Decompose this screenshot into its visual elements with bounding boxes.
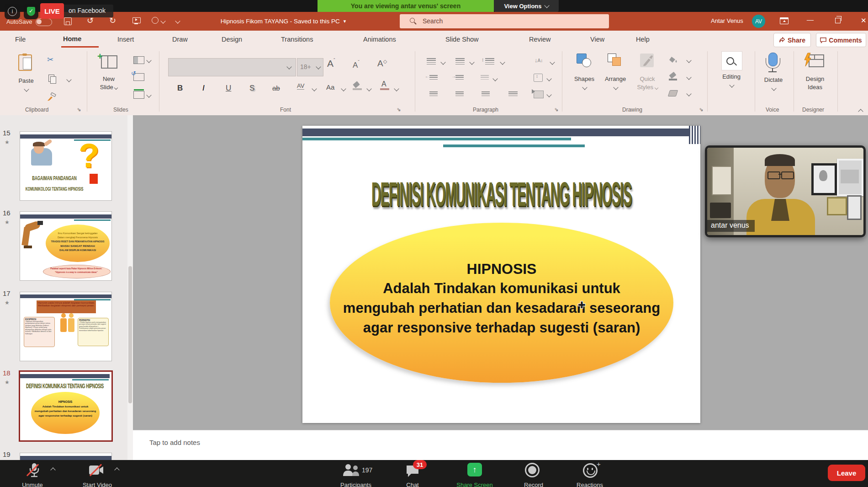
reset-slide-icon[interactable]: ↺ <box>133 73 144 81</box>
animation-star-icon: ★ <box>5 219 10 225</box>
bold-button[interactable]: B <box>177 84 183 93</box>
tab-help[interactable]: Help <box>636 36 650 43</box>
slide-layout-icon[interactable] <box>133 56 144 64</box>
align-right-button[interactable] <box>482 91 490 97</box>
design-ideas-button[interactable]: Design Ideas <box>797 52 833 97</box>
numbering-button[interactable] <box>455 58 465 64</box>
increase-indent-button[interactable] <box>455 75 464 81</box>
section-icon[interactable] <box>133 91 144 99</box>
sort-text-icon[interactable]: ↓A↕ <box>535 57 543 64</box>
strikethrough-button[interactable]: ab <box>272 84 280 92</box>
slide-thumbnail-15[interactable]: ? BAGAIMAN PANDANGAN KOMUNIKOLOGI TENTAN… <box>20 131 112 201</box>
underline-button[interactable]: U <box>226 84 231 93</box>
change-case-button[interactable]: Aa <box>326 83 334 91</box>
reactions-button[interactable]: + Reactions <box>570 461 611 487</box>
font-size-combobox[interactable]: 18+ <box>297 58 323 76</box>
start-video-button[interactable]: Start Video <box>73 461 123 487</box>
editing-button[interactable]: Editing <box>711 51 752 97</box>
font-dialog-launcher[interactable]: ⇘ <box>397 107 401 112</box>
tab-view[interactable]: View <box>590 36 604 43</box>
notes-pane[interactable]: Tap to add notes <box>133 430 868 460</box>
ribbon-display-options-icon[interactable] <box>780 17 789 24</box>
encryption-shield-button[interactable]: ✓ <box>24 4 38 19</box>
unmute-button[interactable]: Unmute <box>18 461 59 487</box>
tab-draw[interactable]: Draw <box>172 36 188 43</box>
slide-thumbnail-19[interactable] <box>20 453 112 460</box>
drawing-dialog-launcher[interactable]: ⇘ <box>699 107 703 112</box>
share-button[interactable]: Share <box>773 33 811 47</box>
chat-button[interactable]: 31 Chat <box>397 461 429 487</box>
font-color-icon[interactable]: A <box>380 81 389 91</box>
align-text-button[interactable]: ↕ <box>534 74 543 82</box>
restore-button[interactable] <box>835 18 841 23</box>
tab-file[interactable]: File <box>15 36 26 43</box>
search-icon-handle <box>414 22 416 24</box>
arrange-button[interactable]: Arrange <box>601 52 630 97</box>
comments-button[interactable]: Comments <box>816 33 866 47</box>
participants-button[interactable]: 197 Participants <box>333 461 378 487</box>
clipboard-dialog-launcher[interactable]: ⇘ <box>77 107 81 112</box>
justify-button[interactable] <box>508 91 518 97</box>
account-name[interactable]: Antar Venus <box>711 17 743 24</box>
paste-button[interactable]: Paste <box>10 52 42 97</box>
bullets-button[interactable] <box>427 58 436 64</box>
search-box[interactable]: Search <box>400 14 609 28</box>
close-button[interactable]: ✕ <box>861 16 867 25</box>
paragraph-dialog-launcher[interactable]: ⇘ <box>554 107 558 112</box>
tab-transitions[interactable]: Transitions <box>281 36 313 43</box>
increase-font-icon[interactable]: Aˆ <box>327 58 335 69</box>
panel-scrollbar[interactable] <box>127 115 133 460</box>
record-icon <box>525 463 540 477</box>
meeting-info-button[interactable]: i <box>5 4 20 19</box>
slide-thumbnail-17[interactable]: Hipnosis pada intinya adalah kegiatan ko… <box>20 292 112 361</box>
slide-title-wordart[interactable]: DEFINISI KOMUNIKASI TENTANG HIPNOSIS <box>358 175 645 214</box>
shape-outline-icon[interactable] <box>669 73 677 80</box>
tab-slide-show[interactable]: Slide Show <box>445 36 479 43</box>
format-painter-icon[interactable] <box>47 92 57 102</box>
view-options-button[interactable]: View Options <box>494 0 559 12</box>
tab-insert[interactable]: Insert <box>117 36 134 43</box>
clear-formatting-icon[interactable]: A◇ <box>377 59 387 69</box>
autosave-toggle[interactable] <box>36 18 52 26</box>
align-left-button[interactable] <box>429 91 438 97</box>
char-spacing-button[interactable]: AV <box>297 82 304 90</box>
dictate-button[interactable]: Dictate <box>757 52 789 97</box>
participant-video[interactable]: antar venus <box>705 145 866 237</box>
columns-button[interactable] <box>481 75 489 80</box>
quick-styles-button[interactable]: Quick Styles <box>633 52 662 97</box>
document-title[interactable]: Hipnosis Fikom TAYANG - Saved to this PC… <box>196 12 370 31</box>
tab-animations[interactable]: Animations <box>363 36 396 43</box>
shapes-button[interactable]: Shapes <box>570 52 598 97</box>
font-name-combobox[interactable] <box>168 58 296 76</box>
slideshow-icon[interactable] <box>132 17 141 23</box>
copy-icon[interactable] <box>48 75 54 82</box>
align-center-button[interactable] <box>455 91 464 97</box>
tab-review[interactable]: Review <box>529 36 551 43</box>
smartart-convert-button[interactable] <box>534 91 544 98</box>
touch-mode-icon[interactable] <box>152 17 159 24</box>
new-slide-button[interactable]: + New Slide <box>94 52 124 97</box>
record-button[interactable]: Record <box>514 461 553 487</box>
tab-home[interactable]: Home <box>63 35 81 43</box>
shape-fill-icon[interactable] <box>669 56 678 64</box>
minimize-button[interactable]: — <box>807 16 814 23</box>
save-icon[interactable] <box>64 17 72 25</box>
cut-icon[interactable]: ✂ <box>47 55 53 64</box>
avatar[interactable]: AV <box>752 15 765 28</box>
text-shadow-button[interactable]: S <box>249 84 254 93</box>
slide[interactable]: DEFINISI KOMUNIKASI TENTANG HIPNOSIS HIP… <box>302 126 700 423</box>
notes-placeholder[interactable]: Tap to add notes <box>149 439 200 446</box>
video-options-chevron-icon[interactable] <box>114 467 119 472</box>
decrease-font-icon[interactable]: Aˇ <box>353 59 360 70</box>
highlight-color-icon[interactable] <box>353 82 362 91</box>
slide-thumbnail-16[interactable]: Ilmu Komunikasi Sangat ketinggalan Dalam… <box>20 211 112 281</box>
audio-options-chevron-icon[interactable] <box>50 467 55 472</box>
line-spacing-button[interactable] <box>485 58 494 64</box>
italic-button[interactable]: I <box>202 84 205 93</box>
tab-design[interactable]: Design <box>222 36 242 43</box>
share-screen-button[interactable]: ↑ Share Screen <box>450 461 500 487</box>
quick-styles-icon <box>640 54 654 67</box>
slide-thumbnail-18-selected[interactable]: DEFINISI KOMUNIKASI TENTANG HIPNOSIS HIP… <box>19 370 113 442</box>
decrease-indent-button[interactable] <box>429 75 438 81</box>
leave-button[interactable]: Leave <box>828 465 865 481</box>
